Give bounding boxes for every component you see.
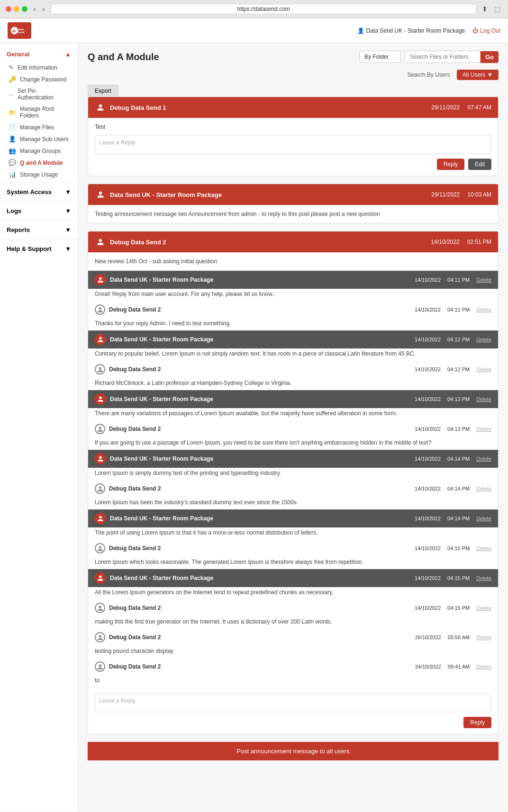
address-bar[interactable]: https://datasend.com bbox=[51, 4, 476, 14]
system-access-section-header[interactable]: System Access ▼ bbox=[0, 185, 78, 199]
reply-date-admin-11: 14/10/2022 bbox=[415, 575, 441, 581]
folder-filter[interactable]: By Folder bbox=[359, 51, 401, 63]
post-author-3: Debug Data Send 2 bbox=[110, 239, 166, 246]
reply-item-6: Debug Data Send 2 14/10/2022 04:13 PM De… bbox=[88, 420, 498, 450]
reply-author-user-12: Debug Data Send 2 bbox=[95, 603, 161, 613]
delete-button-admin-3[interactable]: Delete bbox=[476, 337, 491, 342]
search-users-label: Search By Users : bbox=[407, 71, 453, 78]
delete-button-admin-7[interactable]: Delete bbox=[476, 456, 491, 462]
reply-header-user-4: Debug Data Send 2 14/10/2022 04:12 PM De… bbox=[88, 361, 498, 378]
avatar-user-13 bbox=[95, 632, 105, 642]
post-body-1: Test Leave a Reply Reply Edit bbox=[88, 118, 498, 176]
sidebar-item-manage-groups[interactable]: 👥 Manage Groups bbox=[0, 145, 78, 157]
reply-header-user-13: Debug Data Send 2 26/10/2022 03:56 AM De… bbox=[88, 629, 498, 646]
footer-bar[interactable]: Post announcement message to all users bbox=[88, 742, 499, 760]
reply-meta-user-2: 14/10/2022 04:11 PM Delete bbox=[415, 307, 491, 312]
reply-item-4: Debug Data Send 2 14/10/2022 04:12 PM De… bbox=[88, 361, 498, 390]
chevron-down-icon: ▼ bbox=[65, 188, 71, 196]
delete-button-user-6[interactable]: Delete bbox=[476, 426, 491, 432]
minimize-dot[interactable] bbox=[14, 6, 19, 12]
delete-button-user-8[interactable]: Delete bbox=[476, 486, 491, 491]
reply-text-admin-1: Great! Reply from main user account. For… bbox=[88, 289, 498, 301]
sidebar-item-manage-root-folders[interactable]: 📁 Manage Root Folders bbox=[0, 103, 78, 121]
logout-label: Log Out bbox=[480, 27, 500, 34]
post-date-3: 14/10/2022 bbox=[431, 239, 460, 245]
reply-textarea-3[interactable]: Leave a Reply bbox=[95, 693, 491, 712]
reply-thread-3: Data Send UK - Starter Room Package 14/1… bbox=[88, 270, 498, 734]
reply-text-user-10: Lorem Ipsum which looks reasonable. The … bbox=[88, 557, 498, 569]
reply-item-3: Data Send UK - Starter Room Package 14/1… bbox=[88, 330, 498, 361]
edit-button-1[interactable]: Edit bbox=[468, 159, 491, 170]
browser-actions: ⬆ ⬚ bbox=[480, 4, 502, 14]
reply-time-admin-9: 04:14 PM bbox=[447, 516, 470, 521]
body-layout: General ▲ ✎ Edit Information 🔑 Change Pa… bbox=[0, 43, 508, 812]
delete-button-user-2[interactable]: Delete bbox=[476, 307, 491, 312]
all-users-label: All Users bbox=[463, 71, 485, 78]
reports-section-header[interactable]: Reports ▼ bbox=[0, 223, 78, 237]
sidebar-item-storage-usage[interactable]: 📊 Storage Usage bbox=[0, 169, 78, 180]
close-dot[interactable] bbox=[6, 6, 11, 12]
reply-meta-user-8: 14/10/2022 04:14 PM Delete bbox=[415, 486, 491, 491]
reply-date-user-12: 14/10/2022 bbox=[415, 605, 441, 611]
sidebar-item-manage-sub-users[interactable]: 👤 Manage Sub Users bbox=[0, 133, 78, 145]
reply-date-user-14: 24/10/2022 bbox=[415, 664, 441, 669]
folder-icon: 📁 bbox=[9, 109, 16, 116]
reply-meta-admin-3: 14/10/2022 04:12 PM Delete bbox=[415, 337, 491, 342]
post-card-3: Debug Data Send 2 14/10/2022 02:51 PM Ne… bbox=[88, 231, 499, 734]
post-bottom-reply-area: Leave a Reply Reply bbox=[88, 687, 498, 734]
delete-button-user-10[interactable]: Delete bbox=[476, 545, 491, 551]
delete-button-admin-11[interactable]: Delete bbox=[476, 575, 491, 581]
sidebar-item-manage-files[interactable]: 📄 Manage Files bbox=[0, 121, 78, 133]
reply-item-13: Debug Data Send 2 26/10/2022 03:56 AM De… bbox=[88, 629, 498, 658]
sidebar-item-edit-information[interactable]: ✎ Edit Information bbox=[0, 62, 78, 73]
reply-button-3[interactable]: Reply bbox=[463, 717, 491, 728]
new-tab-button[interactable]: ⬚ bbox=[492, 4, 502, 14]
help-section-header[interactable]: Help & Support ▼ bbox=[0, 241, 78, 256]
delete-button-user-13[interactable]: Delete bbox=[476, 634, 491, 640]
delete-button-admin-5[interactable]: Delete bbox=[476, 396, 491, 402]
search-users-row: Search By Users : All Users ▼ bbox=[88, 70, 499, 80]
post-author-1: Debug Data Send 1 bbox=[110, 104, 166, 111]
general-section-header[interactable]: General ▲ bbox=[0, 47, 78, 62]
all-users-button[interactable]: All Users ▼ bbox=[457, 70, 499, 80]
delete-button-user-4[interactable]: Delete bbox=[476, 366, 491, 372]
search-input[interactable] bbox=[405, 51, 481, 63]
sidebar-item-set-pin-auth[interactable]: ··· Set Pin Authentication bbox=[0, 85, 78, 103]
delete-button-user-12[interactable]: Delete bbox=[476, 605, 491, 611]
browser-dots bbox=[6, 6, 27, 12]
fullscreen-dot[interactable] bbox=[22, 6, 27, 12]
logs-section-header[interactable]: Logs ▼ bbox=[0, 204, 78, 218]
sidebar-label-qa: Q and A Module bbox=[20, 160, 63, 166]
sidebar-item-change-password[interactable]: 🔑 Change Password bbox=[0, 73, 78, 85]
delete-button-admin-9[interactable]: Delete bbox=[476, 516, 491, 521]
key-icon: 🔑 bbox=[9, 76, 16, 83]
reply-textarea-1[interactable]: Leave a Reply bbox=[95, 135, 491, 154]
reply-text-user-4: Richard McClintock, a Latin professor at… bbox=[88, 378, 498, 390]
reply-time-user-2: 04:11 PM bbox=[447, 307, 470, 312]
reply-button-1[interactable]: Reply bbox=[437, 159, 465, 170]
reply-meta-user-10: 14/10/2022 04:15 PM Delete bbox=[415, 545, 491, 551]
logo: ds data send bbox=[8, 22, 31, 39]
post-date-1: 29/11/2022 bbox=[431, 104, 460, 111]
reply-author-admin-3: Data Send UK - Starter Room Package bbox=[95, 334, 213, 345]
share-button[interactable]: ⬆ bbox=[480, 4, 490, 14]
back-button[interactable]: ‹ bbox=[31, 4, 38, 14]
delete-button-user-14[interactable]: Delete bbox=[476, 664, 491, 669]
post-body-2: Testing announcement message two Announc… bbox=[88, 205, 498, 223]
sidebar-item-q-and-a[interactable]: 💬 Q and A Module bbox=[0, 157, 78, 169]
delete-button-admin-1[interactable]: Delete bbox=[476, 277, 491, 283]
reply-item-9: Data Send UK - Starter Room Package 14/1… bbox=[88, 509, 498, 540]
logout-button[interactable]: ⏻ Log Out bbox=[472, 27, 500, 34]
chevron-down-icon-users: ▼ bbox=[487, 71, 493, 78]
forward-button[interactable]: › bbox=[40, 4, 47, 14]
reply-author-user-14: Debug Data Send 2 bbox=[95, 661, 161, 672]
export-tab[interactable]: Export bbox=[88, 85, 118, 97]
logs-label: Logs bbox=[7, 207, 21, 214]
avatar-3 bbox=[95, 236, 106, 248]
svg-text:ds: ds bbox=[12, 29, 16, 32]
avatar-user-2 bbox=[95, 304, 105, 315]
avatar-user-8 bbox=[95, 483, 105, 494]
help-label: Help & Support bbox=[7, 245, 52, 252]
search-button[interactable]: Go bbox=[481, 51, 499, 63]
reply-author-user-13: Debug Data Send 2 bbox=[95, 632, 161, 642]
